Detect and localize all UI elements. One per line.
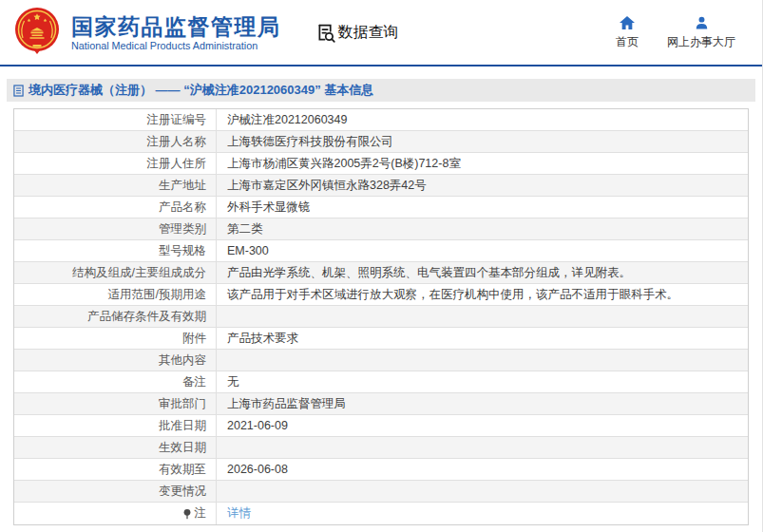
row-label-text: 附件	[182, 331, 206, 347]
table-row: 型号规格EM-300	[14, 240, 748, 262]
row-label: 备注	[14, 371, 217, 392]
row-label-text: 生产地址	[159, 178, 206, 194]
row-value-text: 无	[227, 374, 239, 390]
row-label: 变更情况	[14, 481, 217, 502]
row-value: 外科手术显微镜	[217, 197, 748, 218]
site-header: 国家药品监督管理局 National Medical Products Admi…	[0, 0, 762, 66]
row-value-text: 沪械注准20212060349	[227, 112, 347, 128]
row-value-text: 上海轶德医疗科技股份有限公司	[227, 134, 393, 150]
row-label: 生产地址	[14, 175, 217, 196]
row-label: 批准日期	[14, 415, 217, 436]
row-label: 型号规格	[14, 240, 217, 261]
row-value-text: 上海市杨浦区黄兴路2005弄2号(B楼)712-8室	[227, 156, 461, 172]
row-label: 产品储存条件及有效期	[14, 306, 217, 327]
row-value-text: 外科手术显微镜	[227, 200, 311, 216]
row-label: 审批部门	[14, 393, 217, 414]
row-value	[217, 437, 748, 458]
user-icon	[694, 15, 710, 30]
row-label-text: 有效期至	[159, 462, 206, 478]
breadcrumb-text: 境内医疗器械（注册） —— “沪械注准20212060349” 基本信息	[29, 82, 373, 99]
row-label-text: 注册证编号	[147, 112, 207, 128]
row-label-text: 型号规格	[159, 243, 206, 259]
row-label: 生效日期	[14, 437, 217, 458]
row-value: 详情	[217, 503, 748, 524]
national-emblem-logo	[13, 7, 61, 58]
row-value: 上海轶德医疗科技股份有限公司	[217, 131, 748, 152]
breadcrumb: 境内医疗器械（注册） —— “沪械注准20212060349” 基本信息	[7, 79, 755, 102]
row-label-text: 结构及组成/主要组成成分	[72, 265, 206, 281]
row-label-text: 管理类别	[159, 221, 206, 238]
row-value-text: 2021-06-09	[227, 419, 288, 432]
row-value: 沪械注准20212060349	[217, 109, 748, 130]
row-label-text: 批准日期	[159, 418, 206, 434]
row-label-text: 生效日期	[159, 440, 206, 456]
row-label: 其他内容	[14, 350, 217, 370]
table-row: 结构及组成/主要组成成分产品由光学系统、机架、照明系统、电气装置四个基本部分组成…	[14, 262, 748, 284]
org-title-block: 国家药品监督管理局 National Medical Products Admi…	[71, 14, 281, 51]
row-value: 产品由光学系统、机架、照明系统、电气装置四个基本部分组成，详见附表。	[217, 262, 748, 283]
table-row: 生效日期	[14, 437, 748, 459]
row-value-text: 上海市嘉定区外冈镇恒永路328弄42号	[227, 178, 427, 194]
table-row: 审批部门上海市药品监督管理局	[14, 393, 748, 415]
nav-item-label: 网上办事大厅	[667, 34, 735, 50]
table-row: 注详情	[14, 503, 748, 524]
row-label-text: 适用范围/预期用途	[108, 287, 206, 303]
row-value: EM-300	[217, 240, 748, 261]
row-value: 该产品用于对手术区域进行放大观察，在医疗机构中使用，该产品不适用于眼科手术。	[217, 284, 748, 305]
row-value: 无	[217, 371, 748, 392]
row-value: 产品技术要求	[217, 328, 748, 349]
org-name-en: National Medical Products Administration	[71, 40, 281, 51]
row-value: 2021-06-09	[217, 415, 748, 436]
row-value	[217, 350, 748, 370]
home-icon	[619, 15, 636, 30]
table-row: 其他内容	[14, 350, 748, 371]
row-label-text: 备注	[182, 374, 206, 390]
table-row: 产品名称外科手术显微镜	[14, 197, 748, 218]
document-search-icon	[315, 23, 335, 43]
row-value-text: 产品技术要求	[227, 331, 298, 347]
row-label-text: 注册人名称	[147, 134, 207, 150]
row-label: 有效期至	[14, 459, 217, 480]
table-row: 管理类别第二类	[14, 218, 748, 240]
nav-item-home[interactable]: 首页	[616, 15, 639, 50]
table-row: 批准日期2021-06-09	[14, 415, 748, 437]
row-label: 管理类别	[14, 218, 217, 239]
note-pin-icon	[182, 508, 192, 520]
row-value	[217, 481, 748, 502]
table-row: 注册人名称上海轶德医疗科技股份有限公司	[14, 131, 748, 153]
table-row: 适用范围/预期用途该产品用于对手术区域进行放大观察，在医疗机构中使用，该产品不适…	[14, 284, 748, 306]
top-nav: 首页 网上办事大厅	[616, 15, 762, 50]
data-query-nav[interactable]: 数据查询	[315, 23, 399, 43]
row-value	[217, 306, 748, 327]
row-label: 注	[14, 503, 217, 524]
row-label-text: 注	[195, 505, 207, 522]
row-value-text: 第二类	[227, 221, 263, 238]
table-row: 产品储存条件及有效期	[14, 306, 748, 328]
row-label: 产品名称	[14, 197, 217, 218]
row-value-text: 上海市药品监督管理局	[227, 396, 346, 412]
table-row: 生产地址上海市嘉定区外冈镇恒永路328弄42号	[14, 175, 748, 197]
registration-info-table: 注册证编号沪械注准20212060349注册人名称上海轶德医疗科技股份有限公司注…	[13, 108, 749, 525]
nav-item-label: 首页	[616, 34, 639, 50]
row-value: 上海市杨浦区黄兴路2005弄2号(B楼)712-8室	[217, 153, 748, 174]
detail-link[interactable]: 详情	[227, 505, 251, 522]
table-row: 备注无	[14, 371, 748, 393]
row-label: 注册人住所	[14, 153, 217, 174]
table-row: 变更情况	[14, 481, 748, 503]
row-value-text: 2026-06-08	[227, 463, 288, 476]
row-value: 上海市药品监督管理局	[217, 393, 748, 414]
table-row: 有效期至2026-06-08	[14, 459, 748, 481]
data-query-label: 数据查询	[338, 23, 399, 43]
row-label: 适用范围/预期用途	[14, 284, 217, 305]
row-label-text: 产品储存条件及有效期	[87, 309, 206, 325]
row-value: 2026-06-08	[217, 459, 748, 480]
row-label: 附件	[14, 328, 217, 349]
row-label-text: 其他内容	[159, 352, 206, 369]
row-label-text: 变更情况	[159, 484, 206, 500]
row-label-text: 审批部门	[159, 396, 206, 412]
row-value: 第二类	[217, 218, 748, 239]
org-name-cn: 国家药品监督管理局	[71, 14, 281, 39]
row-value-text: 该产品用于对手术区域进行放大观察，在医疗机构中使用，该产品不适用于眼科手术。	[227, 287, 678, 303]
row-label: 注册证编号	[14, 109, 217, 130]
nav-item-service-hall[interactable]: 网上办事大厅	[667, 15, 735, 50]
